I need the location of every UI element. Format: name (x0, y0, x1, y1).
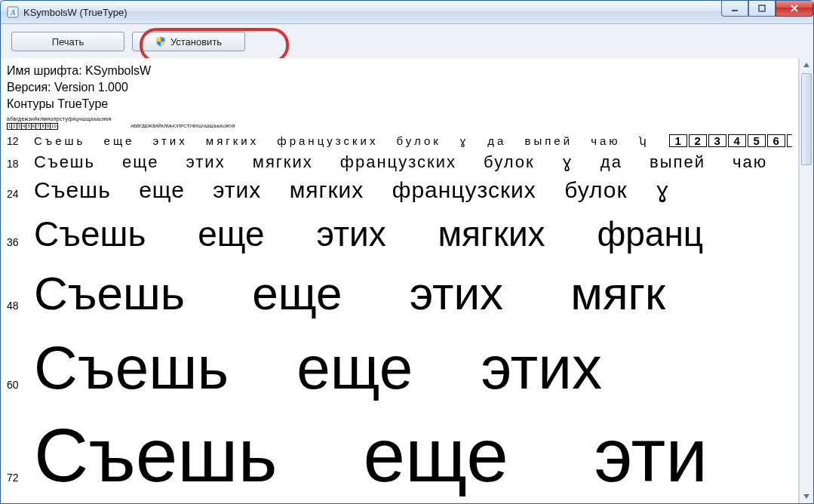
scroll-thumb[interactable] (801, 73, 812, 165)
svg-text:A: A (10, 8, 16, 17)
sample-row-24: 24 Съешь еще этих мягких французских бул… (7, 177, 792, 203)
font-outlines-line: Контуры TrueType (7, 96, 792, 112)
sample-row-60: 60 Съешь еще этих (7, 333, 792, 403)
vertical-scrollbar[interactable] (799, 58, 813, 503)
size-label: 18 (7, 158, 34, 170)
size-label: 24 (7, 188, 34, 200)
sample-row-48: 48 Съешь еще этих мягк (7, 266, 792, 320)
maximize-button[interactable] (748, 1, 776, 17)
body: Имя шрифта: KSymbolsW Версия: Version 1.… (1, 58, 813, 503)
sample-row-18: 18 Съешь еще этих мягких французских бул… (7, 152, 792, 172)
preview-pane: Имя шрифта: KSymbolsW Версия: Version 1.… (1, 58, 799, 503)
size-label: 36 (7, 236, 34, 248)
install-button-label: Установить (170, 36, 222, 48)
sample-text: Съешь еще этих мягких французских булок … (34, 152, 767, 172)
sample-row-72: 72 Съешь еще эти (7, 412, 792, 499)
size-label: 48 (7, 300, 34, 312)
uac-shield-icon (155, 36, 166, 47)
close-button[interactable] (776, 1, 813, 17)
sample-text: Съешь еще этих мягк (34, 266, 665, 320)
sample-text: Съешь еще этих мягких франц (34, 214, 703, 254)
font-file-icon: A (7, 6, 19, 18)
tiny-alphabet-upper: АБВГДЕЖЗИЙКЛМНОПРСТУФХЦЧШЩЪЫЬЭЮЯ (131, 124, 235, 128)
sample-text: Съешь еще эти (34, 412, 708, 499)
scroll-up-button[interactable] (800, 58, 813, 72)
tiny-digit-row: 12345678910 АБВГДЕЖЗИЙКЛМНОПРСТУФХЦЧШЩЪЫ… (7, 122, 792, 130)
install-button[interactable]: Установить (132, 32, 245, 51)
sample-text: Съешь еще этих мягких французских булок … (34, 134, 650, 148)
sample-row-36: 36 Съешь еще этих мягких франц (7, 214, 792, 254)
minimize-button[interactable] (721, 1, 748, 17)
size-label: 72 (7, 472, 34, 484)
font-version-line: Версия: Version 1.000 (7, 79, 792, 96)
sample-text: Съешь еще этих мягких французских булок … (34, 177, 670, 203)
sample-text: Съешь еще этих (34, 333, 602, 403)
tiny-alphabet-lower: абвгдежзийклмнопрстуфхцчшщъыьэюя (7, 115, 792, 122)
sample-row-12: 12 Съешь еще этих мягких французских бул… (7, 134, 792, 148)
scroll-down-button[interactable] (800, 490, 813, 503)
size-label: 12 (7, 135, 34, 147)
font-name-line: Имя шрифта: KSymbolsW (7, 63, 792, 79)
titlebar[interactable]: A KSymbolsW (TrueType) (1, 1, 813, 24)
font-viewer-window: A KSymbolsW (TrueType) Печать (0, 0, 814, 504)
svg-rect-2 (759, 5, 765, 11)
size-label: 60 (7, 379, 34, 391)
window-controls (721, 1, 813, 16)
print-button[interactable]: Печать (11, 32, 124, 51)
digit-strip: 12345678910 (668, 134, 792, 148)
toolbar: Печать Установить (1, 24, 813, 60)
window-title: KSymbolsW (TrueType) (23, 7, 127, 18)
print-button-label: Печать (52, 36, 84, 48)
